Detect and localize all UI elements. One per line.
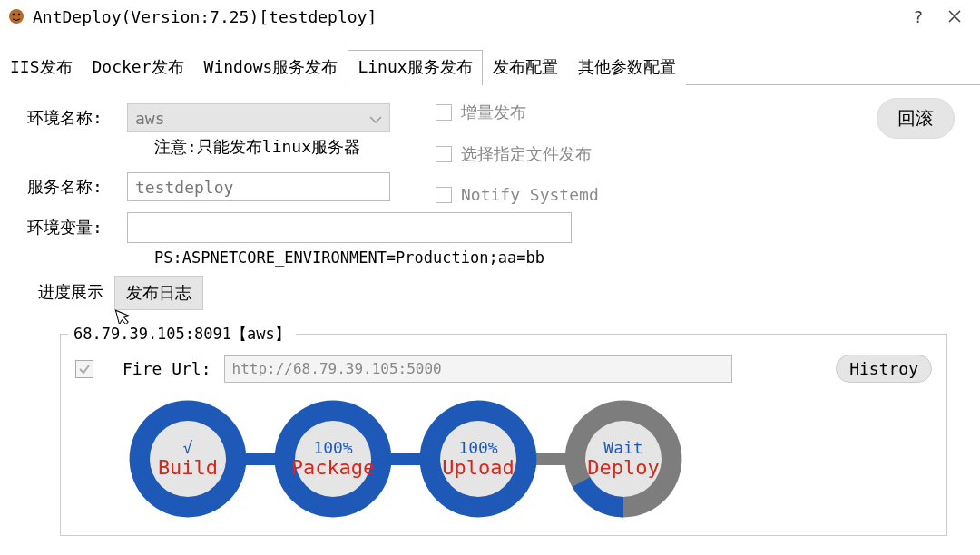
stage-upload: 100% Upload bbox=[415, 395, 542, 522]
stage-build-top: √ bbox=[183, 439, 193, 457]
env-combobox[interactable]: aws bbox=[127, 103, 390, 132]
tab-iis[interactable]: IIS发布 bbox=[0, 50, 83, 85]
service-label: 服务名称: bbox=[27, 176, 127, 198]
window-title: AntDeploy(Version:7.25)[testdeploy] bbox=[33, 7, 377, 26]
publish-options: 增量发布 选择指定文件发布 Notify Systemd bbox=[436, 102, 599, 204]
checkbox-select-files[interactable]: 选择指定文件发布 bbox=[436, 143, 599, 165]
stage-build-bottom: Build bbox=[158, 457, 218, 479]
fire-url-value: http://68.79.39.105:5000 bbox=[232, 360, 442, 377]
checkbox-select-files-label: 选择指定文件发布 bbox=[461, 143, 592, 165]
tab-windows-service[interactable]: Windows服务发布 bbox=[194, 50, 348, 85]
tab-docker[interactable]: Docker发布 bbox=[83, 50, 194, 85]
stage-build: √ Build bbox=[124, 395, 251, 522]
service-name-input[interactable]: testdeploy bbox=[127, 172, 390, 201]
progress-host-legend: 68.79.39.105:8091【aws】 bbox=[68, 324, 296, 345]
checkbox-incremental[interactable]: 增量发布 bbox=[436, 102, 599, 123]
svg-point-2 bbox=[18, 14, 20, 15]
fire-checkbox[interactable] bbox=[75, 360, 93, 378]
env-label: 环境名称: bbox=[27, 107, 127, 129]
checkbox-notify-systemd[interactable]: Notify Systemd bbox=[436, 185, 599, 204]
stage-upload-top: 100% bbox=[458, 439, 497, 457]
stage-deploy-top: Wait bbox=[603, 439, 642, 457]
checkbox-icon bbox=[436, 187, 452, 203]
checkbox-incremental-label: 增量发布 bbox=[461, 102, 526, 123]
svg-point-0 bbox=[9, 9, 24, 24]
tab-publish-config[interactable]: 发布配置 bbox=[483, 50, 568, 85]
stage-deploy: Wait Deploy bbox=[560, 395, 687, 522]
sub-tabs: 进度展示 发布日志 bbox=[27, 276, 980, 310]
chevron-down-icon bbox=[369, 109, 382, 128]
stages-row: √ Build 100% Package 100% Upload bbox=[75, 395, 932, 522]
service-name-value: testdeploy bbox=[135, 178, 233, 197]
fire-row: Fire Url: http://68.79.39.105:5000 Histr… bbox=[75, 355, 932, 383]
main-tabs: IIS发布 Docker发布 Windows服务发布 Linux服务发布 发布配… bbox=[0, 49, 980, 85]
tab-content: 回滚 环境名称: aws 注意:只能发布linux服务器 服务名称: testd… bbox=[0, 85, 980, 536]
svg-point-1 bbox=[13, 14, 15, 15]
tab-linux-service[interactable]: Linux服务发布 bbox=[348, 50, 482, 85]
subtab-progress[interactable]: 进度展示 bbox=[27, 276, 114, 310]
stage-package: 100% Package bbox=[270, 395, 397, 522]
env-value: aws bbox=[135, 109, 165, 128]
envvar-label: 环境变量: bbox=[27, 217, 127, 239]
stage-package-top: 100% bbox=[313, 439, 352, 457]
checkbox-icon bbox=[436, 146, 452, 162]
progress-groupbox: 68.79.39.105:8091【aws】 Fire Url: http://… bbox=[60, 334, 947, 536]
stage-package-bottom: Package bbox=[291, 457, 376, 479]
envvar-hint: PS:ASPNETCORE_ENVIRONMENT=Production;aa=… bbox=[154, 248, 980, 267]
fire-url-label: Fire Url: bbox=[122, 359, 211, 378]
checkbox-icon bbox=[436, 104, 452, 121]
stage-deploy-bottom: Deploy bbox=[587, 457, 659, 479]
history-button[interactable]: Histroy bbox=[836, 355, 932, 383]
fire-url-input[interactable]: http://68.79.39.105:5000 bbox=[224, 355, 732, 383]
checkbox-notify-systemd-label: Notify Systemd bbox=[461, 185, 599, 204]
row-envvar: 环境变量: bbox=[27, 212, 980, 243]
envvar-input[interactable] bbox=[127, 212, 572, 243]
stage-upload-bottom: Upload bbox=[442, 457, 514, 479]
app-icon bbox=[7, 7, 25, 25]
close-button[interactable] bbox=[936, 4, 973, 29]
help-button[interactable]: ? bbox=[900, 4, 936, 29]
tab-other-params[interactable]: 其他参数配置 bbox=[568, 50, 686, 85]
title-bar: AntDeploy(Version:7.25)[testdeploy] ? bbox=[0, 0, 980, 33]
rollback-button[interactable]: 回滚 bbox=[877, 98, 955, 139]
